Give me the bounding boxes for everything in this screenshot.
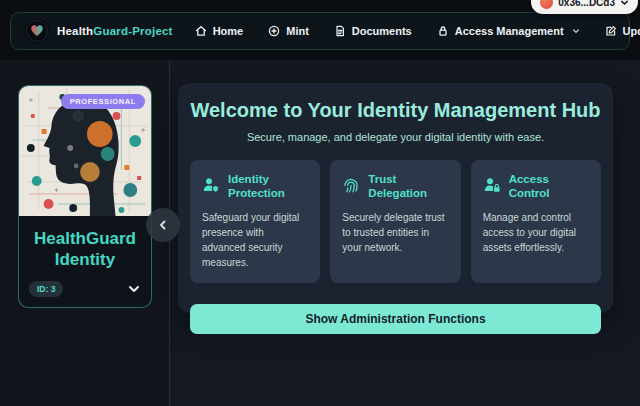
- nav-label: Mint: [286, 25, 309, 37]
- feature-description: Securely delegate trust to trusted entit…: [342, 210, 448, 255]
- edit-icon: [605, 25, 617, 37]
- brand-name: HealthGuard-Project: [57, 25, 173, 37]
- token-id-badge: ID: 3: [29, 281, 63, 297]
- feature-title: Access Control: [509, 173, 589, 201]
- identity-artwork: PROFESSIONAL: [19, 86, 151, 216]
- wallet-avatar: [540, 0, 553, 9]
- fingerprint-icon: [342, 176, 360, 198]
- feature-title: Identity Protection: [228, 173, 308, 201]
- navbar: HealthGuard-Project Home Mint: [10, 12, 630, 50]
- user-lock-icon: [483, 176, 501, 198]
- nav-label: UpdateInfo: [623, 25, 640, 37]
- feature-access-control: Access Control Manage and control access…: [471, 160, 601, 283]
- chevron-left-icon: [157, 219, 169, 231]
- nav-item-documents[interactable]: Documents: [334, 25, 412, 37]
- welcome-hub-card: Welcome to Your Identity Management Hub …: [178, 83, 613, 313]
- nav-item-mint[interactable]: Mint: [268, 25, 309, 37]
- nav-item-updateinfo[interactable]: UpdateInfo: [605, 25, 640, 37]
- document-icon: [334, 25, 346, 37]
- feature-description: Safeguard your digital presence with adv…: [202, 210, 308, 270]
- nav-item-access-management[interactable]: Access Management: [437, 25, 580, 37]
- identity-card[interactable]: PROFESSIONAL HealthGuard Identity ID: 3: [18, 85, 152, 308]
- identity-name: HealthGuard Identity: [29, 224, 141, 281]
- page-title: Welcome to Your Identity Management Hub: [190, 99, 601, 122]
- brand[interactable]: HealthGuard-Project: [25, 19, 173, 43]
- content-area: PROFESSIONAL HealthGuard Identity ID: 3 …: [0, 60, 640, 406]
- nav-items: Home Mint Documents: [195, 25, 640, 37]
- feature-trust-delegation: Trust Delegation Securely delegate trust…: [330, 160, 460, 283]
- wallet-pill[interactable]: 0x36...DCd3: [531, 0, 638, 14]
- home-icon: [195, 25, 207, 37]
- nav-item-home[interactable]: Home: [195, 25, 244, 37]
- user-shield-icon: [202, 176, 220, 198]
- nav-label: Home: [213, 25, 244, 37]
- tier-badge: PROFESSIONAL: [61, 94, 145, 109]
- feature-cards: Identity Protection Safeguard your digit…: [190, 160, 601, 283]
- top-bar: HealthGuard-Project Home Mint: [0, 0, 640, 60]
- heart-logo-icon: [25, 19, 49, 43]
- chevron-down-icon: [620, 0, 629, 7]
- main-area: Welcome to Your Identity Management Hub …: [170, 60, 640, 406]
- wallet-address: 0x36...DCd3: [558, 0, 615, 8]
- sidebar-collapse-button[interactable]: [146, 208, 180, 242]
- show-admin-functions-button[interactable]: Show Administration Functions: [190, 304, 601, 334]
- lock-icon: [437, 25, 449, 37]
- chevron-down-icon: [572, 27, 580, 35]
- nav-label: Access Management: [455, 25, 564, 37]
- nav-label: Documents: [352, 25, 412, 37]
- feature-identity-protection: Identity Protection Safeguard your digit…: [190, 160, 320, 283]
- plus-circle-icon: [268, 25, 280, 37]
- identity-card-body: HealthGuard Identity ID: 3: [19, 216, 151, 307]
- sidebar: PROFESSIONAL HealthGuard Identity ID: 3: [0, 60, 170, 406]
- expand-card-chevron-icon[interactable]: [127, 282, 141, 296]
- feature-title: Trust Delegation: [368, 173, 448, 201]
- feature-description: Manage and control access to your digita…: [483, 210, 589, 255]
- page-subtitle: Secure, manage, and delegate your digita…: [190, 131, 601, 143]
